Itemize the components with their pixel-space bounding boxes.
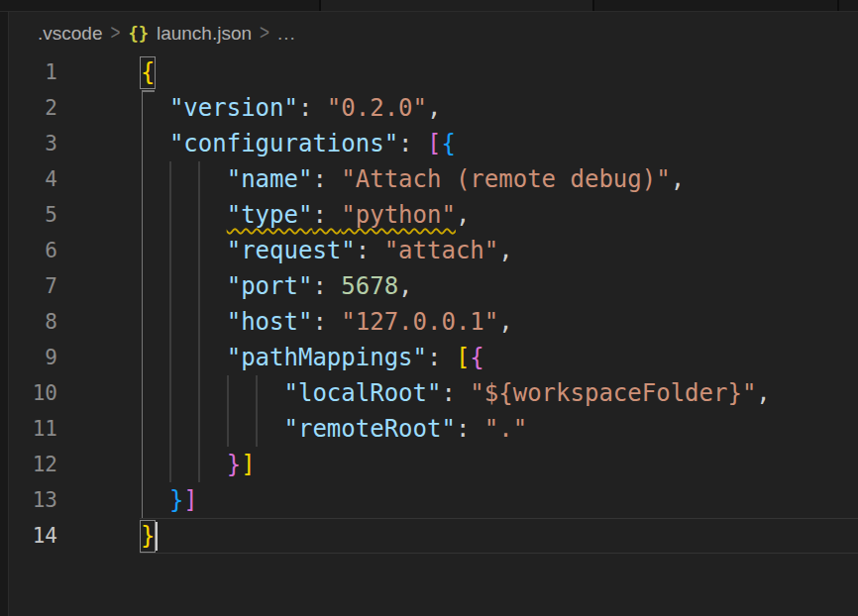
tab-divider <box>592 0 594 11</box>
code-line[interactable]: 9 "pathMappings": [{ <box>9 340 858 375</box>
code-token: "remoteRoot" <box>284 415 456 443</box>
code-token: "configurations" <box>169 130 398 157</box>
code-line-content[interactable]: }] <box>141 447 256 482</box>
code-token: { <box>470 344 483 371</box>
line-number[interactable]: 10 <box>9 375 57 411</box>
code-token <box>141 486 169 514</box>
text-cursor <box>156 522 159 551</box>
tab-strip-segment[interactable] <box>594 0 837 11</box>
code-line-content[interactable]: }] <box>141 482 198 518</box>
code-line[interactable]: 2 "version": "0.2.0", <box>9 90 858 126</box>
code-line-content[interactable]: "port": 5678, <box>141 268 413 304</box>
code-token: "host" <box>227 308 313 336</box>
code-line-content[interactable]: "request": "attach", <box>141 233 513 268</box>
vscode-window: .vscode > {} launch.json > ... 1{2 "vers… <box>0 0 858 616</box>
code-token <box>141 308 227 336</box>
code-token: "port" <box>227 272 313 300</box>
code-line[interactable]: 11 "remoteRoot": "." <box>9 411 858 447</box>
line-number[interactable]: 13 <box>9 482 57 518</box>
breadcrumb-file[interactable]: launch.json <box>157 23 252 45</box>
code-token: "${workspaceFolder}" <box>470 379 756 407</box>
code-token: "python" <box>341 201 456 229</box>
code-token: "attach" <box>384 237 499 264</box>
code-token: "." <box>484 415 527 443</box>
code-token: : <box>312 308 341 336</box>
code-token: : <box>441 379 470 407</box>
code-line[interactable]: 8 "host": "127.0.0.1", <box>9 304 858 340</box>
code-token: } <box>169 486 183 514</box>
code-token <box>141 272 227 300</box>
editor-left-border <box>0 12 9 616</box>
code-line-content[interactable]: "remoteRoot": "." <box>141 411 527 447</box>
line-number[interactable]: 7 <box>9 268 57 304</box>
code-token: "127.0.0.1" <box>341 308 498 336</box>
line-number[interactable]: 3 <box>9 126 57 161</box>
code-line[interactable]: 5 "type": "python", <box>9 197 858 233</box>
code-line[interactable]: 13 }] <box>9 482 858 518</box>
code-token: , <box>498 237 512 264</box>
code-token: } <box>141 522 155 550</box>
code-token: : <box>398 130 427 157</box>
code-line[interactable]: 12 }] <box>9 447 858 482</box>
code-line[interactable]: 6 "request": "attach", <box>9 233 858 268</box>
code-token: : <box>298 94 327 122</box>
code-line[interactable]: 10 "localRoot": "${workspaceFolder}", <box>9 375 858 411</box>
code-token: "name" <box>227 165 313 193</box>
code-token <box>141 415 284 443</box>
code-token: 5678 <box>341 272 398 300</box>
tab-strip-segment[interactable] <box>0 0 319 11</box>
code-lines: 1{2 "version": "0.2.0",3 "configurations… <box>9 54 858 616</box>
code-token: , <box>671 165 685 193</box>
chevron-right-icon: > <box>260 21 269 46</box>
code-line-content[interactable]: "name": "Attach (remote debug)", <box>141 161 685 197</box>
code-line-content[interactable]: "type": "python", <box>141 197 470 233</box>
breadcrumb: .vscode > {} launch.json > ... <box>9 12 858 54</box>
code-line-content[interactable]: "pathMappings": [{ <box>141 340 484 375</box>
tab-divider <box>319 0 321 11</box>
code-line[interactable]: 4 "name": "Attach (remote debug)", <box>9 161 858 197</box>
code-token: : <box>312 201 341 229</box>
line-number[interactable]: 11 <box>9 411 57 447</box>
tab-divider <box>837 0 839 11</box>
line-number[interactable]: 6 <box>9 233 57 268</box>
code-line-content[interactable]: } <box>141 518 155 554</box>
breadcrumb-folder[interactable]: .vscode <box>38 23 102 45</box>
code-token <box>141 165 227 193</box>
code-token: : <box>456 415 484 443</box>
code-token: , <box>456 201 470 229</box>
line-number[interactable]: 4 <box>9 161 57 197</box>
tab-strip-segment[interactable] <box>321 0 592 11</box>
code-line-content[interactable]: "version": "0.2.0", <box>141 90 441 126</box>
code-line[interactable]: 1{ <box>9 54 858 90</box>
code-token <box>141 379 284 407</box>
chevron-right-icon: > <box>110 21 120 46</box>
code-line-content[interactable]: "localRoot": "${workspaceFolder}", <box>141 375 771 411</box>
code-token: ] <box>241 451 255 478</box>
code-line[interactable]: 7 "port": 5678, <box>9 268 858 304</box>
code-line[interactable]: 14} <box>9 518 858 554</box>
line-number[interactable]: 2 <box>9 90 57 126</box>
line-number[interactable]: 9 <box>9 340 57 375</box>
line-number[interactable]: 1 <box>9 54 57 90</box>
code-area[interactable]: 1{2 "version": "0.2.0",3 "configurations… <box>9 54 858 616</box>
line-number[interactable]: 12 <box>9 447 57 482</box>
code-line-content[interactable]: "configurations": [{ <box>141 126 456 161</box>
code-token: , <box>756 379 770 407</box>
code-token: { <box>441 130 455 157</box>
code-line[interactable]: 3 "configurations": [{ <box>9 126 858 161</box>
breadcrumb-symbol-ellipsis[interactable]: ... <box>277 23 296 45</box>
code-token <box>141 94 169 122</box>
code-line-content[interactable]: { <box>141 54 155 90</box>
code-token: , <box>398 272 412 300</box>
code-token: "type" <box>227 201 313 229</box>
code-token: [ <box>456 344 470 371</box>
line-number[interactable]: 5 <box>9 197 57 233</box>
tab-bar <box>0 0 858 12</box>
line-number[interactable]: 14 <box>9 518 57 554</box>
code-token <box>141 451 227 478</box>
line-number[interactable]: 8 <box>9 304 57 340</box>
code-token: "0.2.0" <box>327 94 427 122</box>
code-token: "pathMappings" <box>227 344 427 371</box>
code-line-content[interactable]: "host": "127.0.0.1", <box>141 304 513 340</box>
code-token: "localRoot" <box>284 379 442 407</box>
